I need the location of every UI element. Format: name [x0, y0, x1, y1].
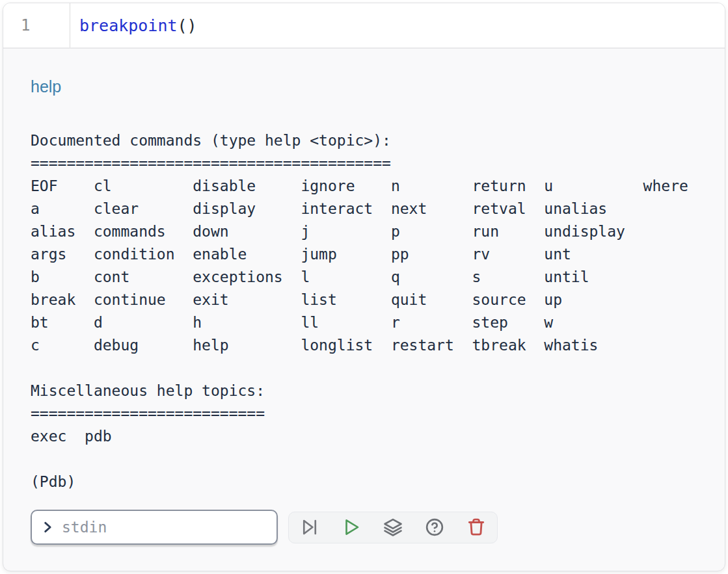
- stdin-input[interactable]: [61, 518, 269, 536]
- step-forward-button[interactable]: [289, 512, 330, 543]
- code-editor[interactable]: 1 breakpoint(): [3, 3, 725, 49]
- help-button[interactable]: [414, 512, 455, 543]
- controls-row: [31, 510, 697, 545]
- stdin-box[interactable]: [31, 510, 278, 545]
- line-number: 1: [21, 16, 30, 34]
- editor-gutter: 1: [3, 3, 70, 47]
- skip-forward-icon: [300, 517, 319, 537]
- echoed-command: help: [31, 79, 697, 95]
- debug-toolbar: [288, 512, 498, 543]
- layers-icon: [383, 517, 403, 537]
- code-builtin-token: breakpoint: [79, 16, 178, 35]
- chevron-right-icon: [41, 521, 54, 534]
- snoop-button[interactable]: [372, 512, 414, 543]
- play-icon: [342, 517, 361, 537]
- terminal-output: help Documented commands (type help <top…: [3, 49, 725, 545]
- pdb-help-output: Documented commands (type help <topic>):…: [31, 129, 697, 493]
- run-button[interactable]: [330, 512, 372, 543]
- code-line[interactable]: breakpoint(): [70, 3, 197, 47]
- clear-button[interactable]: [455, 512, 497, 543]
- question-circle-icon: [425, 517, 444, 537]
- trash-icon: [466, 517, 486, 537]
- debugger-panel: 1 breakpoint() help Documented commands …: [3, 3, 725, 571]
- code-paren-token: (): [178, 16, 197, 35]
